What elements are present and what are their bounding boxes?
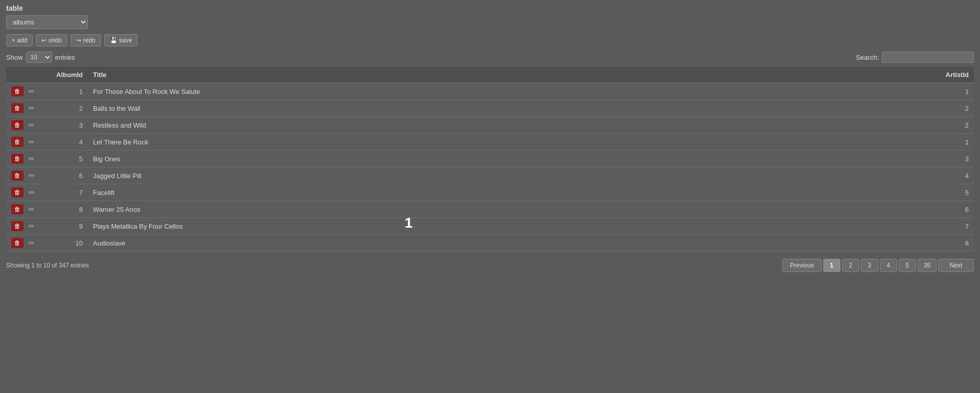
artistid-cell: 1 bbox=[933, 134, 974, 151]
table-row: 🗑✏6Jagged Little Pill4 bbox=[6, 167, 974, 184]
page-btn-1[interactable]: 1 bbox=[823, 259, 841, 272]
table-row: 🗑✏9Plays Metallica By Four Cellos7 bbox=[6, 218, 974, 235]
edit-button[interactable]: ✏ bbox=[27, 204, 37, 214]
albums-table: AlbumId Title ArtistId 🗑✏1For Those Abou… bbox=[6, 67, 974, 252]
albumid-cell: 1 bbox=[47, 83, 88, 100]
albumid-cell: 3 bbox=[47, 117, 88, 134]
table-row: 🗑✏5Big Ones3 bbox=[6, 151, 974, 167]
artistid-cell: 3 bbox=[933, 151, 974, 167]
delete-button[interactable]: 🗑 bbox=[11, 170, 24, 181]
save-button[interactable]: 💾 save bbox=[104, 34, 138, 46]
edit-button[interactable]: ✏ bbox=[27, 120, 37, 130]
next-button[interactable]: Next bbox=[938, 259, 974, 272]
page-btn-3[interactable]: 3 bbox=[861, 259, 878, 272]
entries-suffix: entries bbox=[55, 54, 75, 61]
title-cell: Jagged Little Pill bbox=[88, 167, 933, 184]
action-cell: 🗑✏ bbox=[6, 100, 47, 117]
page-btn-5[interactable]: 5 bbox=[899, 259, 916, 272]
title-cell: Warner 25 Anos bbox=[88, 201, 933, 218]
edit-button[interactable]: ✏ bbox=[27, 238, 37, 248]
action-cell: 🗑✏ bbox=[6, 201, 47, 218]
table-row: 🗑✏4Let There Be Rock1 bbox=[6, 134, 974, 151]
delete-button[interactable]: 🗑 bbox=[11, 103, 24, 113]
edit-button[interactable]: ✏ bbox=[27, 221, 37, 231]
albumid-cell: 9 bbox=[47, 218, 88, 235]
col-albumid: AlbumId bbox=[47, 67, 88, 83]
page-btn-35[interactable]: 35 bbox=[918, 259, 937, 272]
edit-button[interactable]: ✏ bbox=[27, 170, 37, 181]
table-row: 🗑✏10Audioslave8 bbox=[6, 235, 974, 252]
title-cell: Audioslave bbox=[88, 235, 933, 252]
show-label: Show bbox=[6, 54, 23, 61]
search-input[interactable] bbox=[882, 52, 974, 63]
action-cell: 🗑✏ bbox=[6, 151, 47, 167]
page-btn-4[interactable]: 4 bbox=[880, 259, 897, 272]
delete-button[interactable]: 🗑 bbox=[11, 86, 24, 96]
action-cell: 🗑✏ bbox=[6, 167, 47, 184]
col-artistid: ArtistId bbox=[933, 67, 974, 83]
edit-button[interactable]: ✏ bbox=[27, 154, 37, 164]
artistid-cell: 8 bbox=[933, 235, 974, 252]
delete-button[interactable]: 🗑 bbox=[11, 137, 24, 147]
col-actions bbox=[6, 67, 47, 83]
title-cell: For Those About To Rock We Salute bbox=[88, 83, 933, 100]
table-row: 🗑✏1For Those About To Rock We Salute1 bbox=[6, 83, 974, 100]
action-cell: 🗑✏ bbox=[6, 218, 47, 235]
artistid-cell: 6 bbox=[933, 201, 974, 218]
title-cell: Let There Be Rock bbox=[88, 134, 933, 151]
search-label: Search: bbox=[856, 54, 879, 61]
page-title: table bbox=[6, 4, 974, 12]
action-cell: 🗑✏ bbox=[6, 117, 47, 134]
title-cell: Big Ones bbox=[88, 151, 933, 167]
prev-button[interactable]: Previous bbox=[782, 259, 822, 272]
page-btn-2[interactable]: 2 bbox=[842, 259, 859, 272]
col-title: Title bbox=[88, 67, 933, 83]
redo-button[interactable]: ↪ redo bbox=[71, 34, 101, 46]
showing-text: Showing 1 to 10 of 347 entries bbox=[6, 262, 89, 269]
action-cell: 🗑✏ bbox=[6, 184, 47, 201]
title-cell: Facelift bbox=[88, 184, 933, 201]
action-cell: 🗑✏ bbox=[6, 134, 47, 151]
table-row: 🗑✏8Warner 25 Anos6 bbox=[6, 201, 974, 218]
title-cell: Restless and Wild bbox=[88, 117, 933, 134]
delete-button[interactable]: 🗑 bbox=[11, 204, 24, 214]
delete-button[interactable]: 🗑 bbox=[11, 238, 24, 248]
entries-select[interactable]: 10 25 50 100 bbox=[26, 52, 52, 63]
table-row: 🗑✏7Facelift5 bbox=[6, 184, 974, 201]
albumid-cell: 6 bbox=[47, 167, 88, 184]
action-cell: 🗑✏ bbox=[6, 83, 47, 100]
albumid-cell: 8 bbox=[47, 201, 88, 218]
edit-button[interactable]: ✏ bbox=[27, 86, 37, 96]
edit-button[interactable]: ✏ bbox=[27, 103, 37, 113]
artistid-cell: 2 bbox=[933, 100, 974, 117]
delete-button[interactable]: 🗑 bbox=[11, 187, 24, 198]
albumid-cell: 7 bbox=[47, 184, 88, 201]
artistid-cell: 1 bbox=[933, 83, 974, 100]
action-cell: 🗑✏ bbox=[6, 235, 47, 252]
edit-button[interactable]: ✏ bbox=[27, 187, 37, 198]
artistid-cell: 4 bbox=[933, 167, 974, 184]
add-button[interactable]: + add bbox=[6, 34, 33, 46]
albumid-cell: 5 bbox=[47, 151, 88, 167]
table-selector[interactable]: albums bbox=[6, 15, 88, 29]
albumid-cell: 2 bbox=[47, 100, 88, 117]
undo-button[interactable]: ↩ undo bbox=[36, 34, 67, 46]
table-row: 🗑✏3Restless and Wild2 bbox=[6, 117, 974, 134]
delete-button[interactable]: 🗑 bbox=[11, 221, 24, 231]
albumid-cell: 4 bbox=[47, 134, 88, 151]
edit-button[interactable]: ✏ bbox=[27, 137, 37, 147]
delete-button[interactable]: 🗑 bbox=[11, 154, 24, 164]
pagination: Previous 1 2 3 4 5 35 Next bbox=[782, 259, 974, 272]
title-cell: Plays Metallica By Four Cellos bbox=[88, 218, 933, 235]
albumid-cell: 10 bbox=[47, 235, 88, 252]
artistid-cell: 5 bbox=[933, 184, 974, 201]
artistid-cell: 7 bbox=[933, 218, 974, 235]
table-row: 🗑✏2Balls to the Wall2 bbox=[6, 100, 974, 117]
delete-button[interactable]: 🗑 bbox=[11, 120, 24, 130]
artistid-cell: 2 bbox=[933, 117, 974, 134]
title-cell: Balls to the Wall bbox=[88, 100, 933, 117]
